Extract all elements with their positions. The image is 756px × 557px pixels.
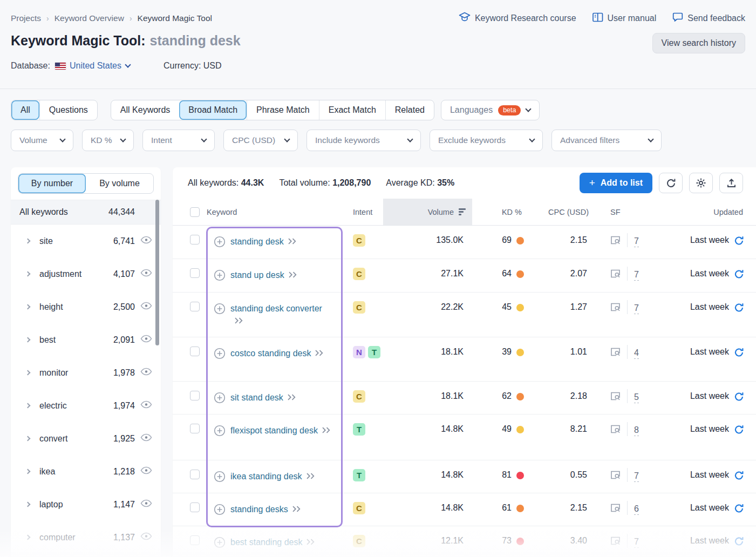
intent-filter-dropdown[interactable]: Intent [142,130,215,151]
sidebar-item-electric[interactable]: electric 1,974 [11,389,161,422]
eye-icon[interactable] [140,499,152,510]
add-keyword-icon[interactable] [214,536,226,551]
sidebar-item-adjustment[interactable]: adjustment 4,107 [11,257,161,290]
chevron-right-icon[interactable] [25,502,31,507]
sidebar-item-convert[interactable]: convert 1,925 [11,422,161,455]
add-keyword-icon[interactable] [214,504,226,518]
header-keyword[interactable]: Keyword [207,199,351,225]
keyword-link[interactable]: sit stand desk [230,393,283,402]
header-volume[interactable]: Volume [383,199,472,225]
chevron-right-icon[interactable] [25,535,31,540]
serp-preview-icon[interactable] [610,504,621,514]
sidebar-item-laptop[interactable]: laptop 1,147 [11,488,161,521]
tab-all[interactable]: All [11,100,39,120]
send-feedback-link[interactable]: Send feedback [672,12,745,24]
row-checkbox[interactable] [190,302,200,311]
serp-preview-icon[interactable] [610,425,621,436]
header-kd[interactable]: KD % [472,199,532,225]
row-checkbox[interactable] [190,268,200,278]
eye-icon[interactable] [140,400,152,411]
expand-keyword-icon[interactable] [287,393,296,402]
add-keyword-icon[interactable] [214,425,226,439]
row-checkbox[interactable] [190,502,200,512]
export-button[interactable] [719,173,743,193]
refresh-keyword-icon[interactable] [734,269,744,281]
chevron-down-icon[interactable] [125,62,131,67]
tab-related[interactable]: Related [385,100,434,120]
refresh-keyword-icon[interactable] [734,425,744,437]
eye-icon[interactable] [140,236,152,246]
keyword-link[interactable]: costco standing desk [230,349,311,358]
sf-count-link[interactable]: 6 [634,504,639,515]
serp-preview-icon[interactable] [610,269,621,280]
serp-preview-icon[interactable] [610,348,621,358]
chevron-right-icon[interactable] [25,337,31,343]
refresh-keyword-icon[interactable] [734,392,744,404]
expand-keyword-icon[interactable] [288,270,297,280]
serp-preview-icon[interactable] [610,303,621,314]
add-to-list-button[interactable]: + Add to list [580,173,652,193]
keyword-link[interactable]: best standing desk [230,538,302,547]
eye-icon[interactable] [140,335,152,345]
sf-count-link[interactable]: 7 [634,471,639,482]
chevron-right-icon[interactable] [25,403,31,409]
eye-icon[interactable] [140,532,152,542]
chevron-right-icon[interactable] [25,436,31,441]
sidebar-item-best[interactable]: best 2,091 [11,323,161,356]
refresh-keyword-icon[interactable] [734,536,744,548]
user-manual-link[interactable]: User manual [592,12,657,24]
include-keywords-dropdown[interactable]: Include keywords [307,130,421,151]
refresh-keyword-icon[interactable] [734,348,744,359]
database-selector[interactable]: United States [70,61,121,71]
expand-keyword-icon[interactable] [234,316,243,325]
tab-all-keywords[interactable]: All Keywords [111,100,179,120]
add-keyword-icon[interactable] [214,471,226,485]
breadcrumb-projects[interactable]: Projects [11,13,41,23]
view-search-history-button[interactable]: View search history [652,33,745,53]
eye-icon[interactable] [140,466,152,477]
toggle-by-number[interactable]: By number [18,174,86,193]
row-checkbox[interactable] [190,391,200,400]
serp-preview-icon[interactable] [610,536,621,547]
keyword-link[interactable]: standing desks [230,505,288,514]
keyword-research-course-link[interactable]: Keyword Research course [459,12,576,24]
volume-filter-dropdown[interactable]: Volume [11,130,73,151]
cpc-filter-dropdown[interactable]: CPC (USD) [223,130,298,151]
sidebar-all-keywords-row[interactable]: All keywords 44,344 [11,200,161,225]
row-checkbox[interactable] [190,347,200,356]
add-keyword-icon[interactable] [214,269,226,283]
eye-icon[interactable] [140,433,152,444]
keyword-link[interactable]: ikea standing desk [230,472,302,481]
select-all-checkbox[interactable] [190,207,200,217]
header-sf[interactable]: SF [595,199,644,225]
keyword-link[interactable]: standing desk converter [230,304,322,313]
add-keyword-icon[interactable] [214,236,226,250]
eye-icon[interactable] [140,269,152,279]
sidebar-scrollbar[interactable] [155,200,159,345]
keyword-link[interactable]: standing desk [230,237,284,246]
sf-count-link[interactable]: 4 [634,348,639,359]
chevron-right-icon[interactable] [25,239,31,244]
sf-count-link[interactable]: 8 [634,425,639,436]
row-checkbox[interactable] [190,470,200,479]
row-checkbox[interactable] [190,235,200,244]
keyword-link[interactable]: stand up desk [230,270,284,280]
chevron-right-icon[interactable] [25,304,31,310]
add-keyword-icon[interactable] [214,348,226,362]
refresh-keyword-icon[interactable] [734,471,744,483]
tab-exact-match[interactable]: Exact Match [319,100,385,120]
sidebar-item-monitor[interactable]: monitor 1,978 [11,356,161,389]
sf-count-link[interactable]: 7 [634,269,639,281]
expand-keyword-icon[interactable] [292,505,301,514]
sf-count-link[interactable]: 5 [634,392,639,403]
header-intent[interactable]: Intent [351,199,383,225]
sidebar-item-site[interactable]: site 6,741 [11,225,161,257]
serp-preview-icon[interactable] [610,471,621,481]
keyword-link[interactable]: flexispot standing desk [230,426,318,435]
refresh-keyword-icon[interactable] [734,236,744,248]
settings-gear-button[interactable] [689,173,713,193]
refresh-keyword-icon[interactable] [734,504,744,515]
advanced-filters-dropdown[interactable]: Advanced filters [551,130,662,151]
languages-dropdown[interactable]: Languages beta [441,100,540,120]
eye-icon[interactable] [140,302,152,312]
